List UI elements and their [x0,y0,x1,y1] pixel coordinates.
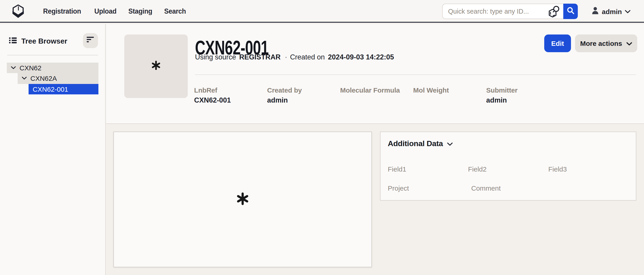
additional-data-panel: Additional Data Field1 Field2 Field3 Pro… [380,132,636,201]
tree: CXN62 CXN62A CXN62-001 [0,62,105,94]
adata-project-label: Project [388,184,471,192]
nav-item-registration[interactable]: Registration [43,7,81,16]
chevron-down-icon [447,140,452,148]
field-lnbref: LnbRef CXN62-001 [194,86,267,104]
field-label: Molecular Formula [340,86,413,94]
record-subtitle: Using source REGISTRAR · Created on 2024… [195,53,394,61]
nav-item-staging[interactable]: Staging [128,7,152,16]
adata-field3-label: Field3 [548,165,628,173]
edit-button-label: Edit [551,40,564,47]
additional-data-title: Additional Data [388,139,443,148]
user-chevron-down-icon [625,7,630,16]
list-icon [9,37,17,45]
asterisk-structure-icon [151,60,161,72]
tree-browser-header: Tree Browser [0,24,105,49]
record-fields: LnbRef CXN62-001 Created by admin Molecu… [194,86,559,104]
source-prefix-label: Using source [195,53,236,61]
adata-field1-label: Field1 [388,165,468,173]
field-value: admin [267,96,340,104]
bullet-separator: · [285,53,287,61]
chevron-down-icon[interactable] [22,77,27,80]
user-menu[interactable]: admin [592,0,630,23]
structure-canvas [114,132,372,267]
created-at-value: 2024-09-03 14:22:05 [328,53,394,61]
nav-item-search[interactable]: Search [164,7,186,16]
app-screen: Registration Upload Staging Search [0,0,644,275]
structure-search-icon[interactable] [548,5,560,20]
tree-item-cxn62-001-selected[interactable]: CXN62-001 [28,84,98,94]
additional-data-row: Field1 Field2 Field3 [388,165,628,173]
more-actions-label: More actions [580,40,622,47]
tree-item-cxn62[interactable]: CXN62 [7,62,98,73]
field-mol-weight: Mol Weight [413,86,486,104]
structure-thumbnail[interactable] [124,35,188,98]
field-label: LnbRef [194,86,267,94]
tree-browser-sidebar: Tree Browser CXN [0,24,106,275]
additional-data-header[interactable]: Additional Data [388,139,452,148]
adata-field2-label: Field2 [468,165,548,173]
field-label: Created by [267,86,340,94]
field-created-by: Created by admin [267,86,340,104]
chevron-down-icon [626,40,632,47]
nav-item-upload[interactable]: Upload [94,7,116,16]
quick-search-box [442,4,563,19]
main-nav: Registration Upload Staging Search [43,0,188,23]
user-name-label: admin [602,8,622,15]
field-value: CXN62-001 [194,96,267,104]
sidebar-divider [7,55,98,55]
field-value: admin [486,96,559,104]
field-submitter: Submitter admin [486,86,559,104]
tree-browser-title: Tree Browser [21,37,67,45]
field-label: Mol Weight [413,86,486,94]
asterisk-structure-icon [236,192,250,207]
sort-icon [86,37,94,44]
field-label: Submitter [486,86,559,94]
record-actions: Edit More actions [544,35,637,52]
magnifier-icon [567,7,574,16]
more-actions-button[interactable]: More actions [575,35,637,52]
record-lower-section: Additional Data Field1 Field2 Field3 Pro… [106,123,644,275]
edit-button[interactable]: Edit [544,35,571,52]
quick-search [442,4,578,19]
app-logo-icon[interactable] [12,4,24,20]
chevron-down-icon[interactable] [11,66,16,69]
record-detail-panel: CXN62-001 Using source REGISTRAR · Creat… [106,24,644,275]
tree-sort-button[interactable] [83,33,98,48]
quick-search-input[interactable] [442,4,563,19]
field-molecular-formula: Molecular Formula [340,86,413,104]
record-head-divider [195,74,636,75]
source-value: REGISTRAR [239,53,281,61]
search-submit-button[interactable] [563,4,578,19]
tree-item-label: CXN62 [20,64,42,72]
top-navbar: Registration Upload Staging Search [0,0,644,23]
tree-item-cxn62a[interactable]: CXN62A [18,73,98,84]
tree-item-label: CXN62A [30,75,57,82]
user-avatar-icon [592,7,599,16]
created-prefix-label: Created on [290,53,325,61]
additional-data-row: Project Comment [388,184,628,192]
tree-item-label: CXN62-001 [33,85,68,93]
adata-comment-label: Comment [471,184,555,192]
